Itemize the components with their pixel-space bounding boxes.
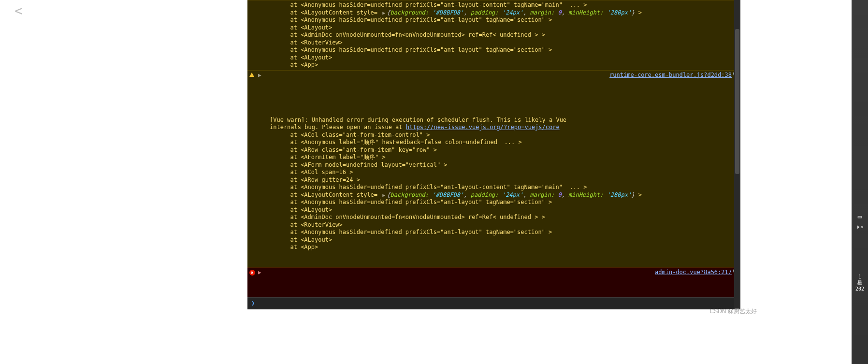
warning-icon xyxy=(249,72,256,78)
stack-frame: at <Anonymous hasSider=undefined prefixC… xyxy=(270,184,726,191)
stack-frame: at <AFormItem label="顺序" > xyxy=(270,154,726,161)
stack-frame: at <ALayoutContent style= ▶{background: … xyxy=(270,191,726,199)
devtools-console[interactable]: at <Anonymous hasSider=undefined prefixC… xyxy=(247,0,740,309)
stack-frame: at <ARow class="ant-form-item" key="row"… xyxy=(270,146,726,154)
stack-frame: at <ALayout> xyxy=(270,24,726,32)
stack-frame: at <ALayout> xyxy=(270,54,726,62)
prompt-chevron-icon: ❯ xyxy=(251,300,255,306)
stack-frame: at <AdminDoc onVnodeUnmounted=fn<onVnode… xyxy=(270,214,726,221)
stack-frame: at <RouterView> xyxy=(270,39,726,47)
stack-frame: at <RouterView> xyxy=(270,221,726,229)
page-left-blank: < xyxy=(0,0,247,364)
stack-frame: at <ACol span=16 > xyxy=(270,169,726,176)
stack-frame: at <Anonymous label="顺序" hasFeedback=fal… xyxy=(270,139,726,146)
tray-window-icon[interactable]: ▭ xyxy=(852,213,868,220)
system-side-tray: ▭ 🕨× 1 星 202 xyxy=(852,0,868,364)
stack-frame: at <Anonymous hasSider=undefined prefixC… xyxy=(270,229,726,236)
object-expand-arrow-icon[interactable]: ▶ xyxy=(381,9,387,17)
stack-frame: at <ALayout> xyxy=(270,236,726,244)
stack-frame: at <Anonymous hasSider=undefined prefixC… xyxy=(270,199,726,206)
tray-day-line: 星 xyxy=(852,279,868,286)
console-warning-message[interactable]: ▶ runtime-core.esm-bundler.js?d2dd:38 🔍 … xyxy=(247,70,740,267)
warning-text: [Vue warn]: Unhandled error during execu… xyxy=(270,116,570,123)
tray-year-line: 202 xyxy=(852,286,868,291)
object-expand-arrow-icon[interactable]: ▶ xyxy=(381,191,387,199)
source-link[interactable]: runtime-core.esm-bundler.js?d2dd:38 xyxy=(609,72,732,79)
stack-frame: at <AForm model=undefined layout="vertic… xyxy=(270,161,726,169)
stack-frame: at <ARow gutter=24 > xyxy=(270,176,726,184)
stack-frame: at <Anonymous hasSider=undefined prefixC… xyxy=(270,46,726,54)
error-icon: ✖ xyxy=(249,269,256,276)
stack-frame: at <Anonymous hasSider=undefined prefixC… xyxy=(270,16,726,24)
expand-arrow-icon[interactable]: ▶ xyxy=(258,72,261,79)
tray-mute-icon[interactable]: 🕨× xyxy=(852,224,868,230)
stack-frame: at <AdminDoc onVnodeUnmounted=fn<onVnode… xyxy=(270,31,726,39)
stack-frame: at <App> xyxy=(270,244,726,251)
stack-frame: at <ALayoutContent style= ▶{background: … xyxy=(270,9,726,17)
csdn-watermark: CSDN @厨艺太好 xyxy=(709,307,757,316)
console-warning-message[interactable]: at <Anonymous hasSider=undefined prefixC… xyxy=(247,0,740,70)
issue-link[interactable]: https://new-issue.vuejs.org/?repo=vuejs/… xyxy=(406,124,560,131)
console-input-prompt[interactable]: ❯ xyxy=(247,297,740,309)
tray-time-line: 1 xyxy=(852,274,868,279)
expand-arrow-icon[interactable]: ▶ xyxy=(258,269,261,277)
stack-frame: at <Anonymous hasSider=undefined prefixC… xyxy=(270,1,726,9)
vertical-scrollbar[interactable] xyxy=(734,0,740,309)
stack-frame: at <ACol class="ant-form-item-control" > xyxy=(270,131,726,139)
tray-clock[interactable]: 1 星 202 xyxy=(852,274,868,291)
stack-frame: at <App> xyxy=(270,61,726,69)
angle-bracket: < xyxy=(14,3,23,19)
scrollbar-thumb[interactable] xyxy=(735,29,739,174)
warning-text: internals bug. Please open an issue at xyxy=(270,124,406,131)
source-link[interactable]: admin-doc.vue?8a56:217 xyxy=(655,269,732,277)
stack-frame: at <ALayout> xyxy=(270,206,726,214)
